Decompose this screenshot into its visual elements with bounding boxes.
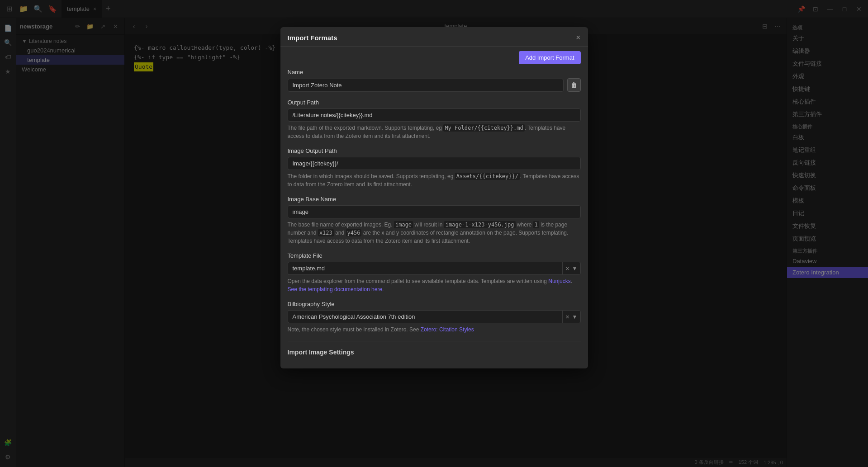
image-output-label: Image Output Path (288, 147, 581, 154)
import-image-heading: Import Image Settings (288, 349, 581, 356)
bibliography-label: Bilbiography Style (288, 301, 581, 307)
modal-top-actions: Add Import Format (280, 47, 588, 69)
delete-button[interactable]: 🗑 (567, 78, 581, 92)
modal-header: Import Formats × (280, 27, 588, 47)
modal-close-button[interactable]: × (576, 33, 581, 42)
templating-docs-link[interactable]: See the templating documentation here. (288, 286, 384, 292)
bibliography-row: American Psychological Association 7th e… (288, 310, 581, 323)
image-base-hint: The base file name of exported images. E… (288, 221, 581, 245)
image-output-form-group: Image Output Path The folder in which im… (288, 147, 581, 189)
template-file-hint: Open the data explorer from the command … (288, 277, 581, 293)
nunjucks-link[interactable]: Nunjucks (548, 278, 570, 284)
output-path-form-group: Output Path The file path of the exporte… (288, 99, 581, 140)
image-base-form-group: Image Base Name The base file name of ex… (288, 196, 581, 245)
image-base-input[interactable] (288, 205, 581, 218)
name-row: 🗑 (288, 78, 581, 92)
template-file-btns: × ▼ (562, 262, 580, 275)
template-file-label: Template File (288, 252, 581, 259)
name-input[interactable] (288, 79, 564, 92)
name-form-group: Name 🗑 (288, 69, 581, 92)
bibliography-form-group: Bilbiography Style American Psychologica… (288, 301, 581, 334)
template-file-form-group: Template File template.md × ▼ Open the d… (288, 252, 581, 293)
section-divider (288, 341, 581, 341)
add-import-format-button[interactable]: Add Import Format (519, 51, 580, 64)
template-file-clear-icon[interactable]: × (565, 265, 569, 272)
output-path-label: Output Path (288, 99, 581, 106)
modal-overlay: Import Formats × Add Import Format Name … (0, 0, 868, 467)
template-file-arrow-icon[interactable]: ▼ (572, 265, 578, 272)
bibliography-clear-icon[interactable]: × (565, 313, 569, 321)
image-output-input[interactable] (288, 157, 581, 170)
output-path-input[interactable] (288, 108, 581, 122)
output-path-hint: The file path of the exported markdown. … (288, 124, 581, 140)
bibliography-hint: Note, the chosen style must be installed… (288, 325, 581, 334)
image-output-hint: The folder in which images should be sav… (288, 172, 581, 189)
bibliography-display: American Psychological Association 7th e… (288, 310, 563, 323)
name-label: Name (288, 69, 581, 75)
template-file-display: template.md (288, 262, 563, 275)
modal-body: Name 🗑 Output Path The file path of the … (280, 69, 588, 368)
bibliography-arrow-icon[interactable]: ▼ (572, 314, 578, 320)
image-base-label: Image Base Name (288, 196, 581, 203)
citation-styles-link[interactable]: Zotero: Citation Styles (421, 326, 474, 333)
modal-title: Import Formats (288, 34, 337, 42)
bibliography-btns: × ▼ (562, 310, 580, 323)
import-formats-modal: Import Formats × Add Import Format Name … (280, 27, 588, 368)
template-file-row: template.md × ▼ (288, 262, 581, 275)
